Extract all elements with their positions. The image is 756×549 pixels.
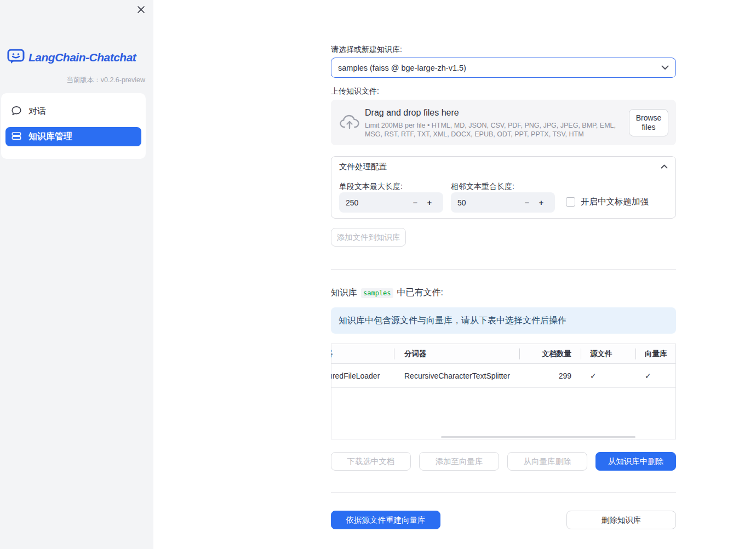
sidebar-item-label: 对话 bbox=[28, 106, 46, 117]
sidebar: LangChain-Chatchat 当前版本：v0.2.6-preview 对… bbox=[0, 0, 153, 549]
plus-stepper-button[interactable]: + bbox=[422, 198, 437, 207]
zh-title-enhance-label: 开启中文标题加强 bbox=[581, 196, 649, 208]
chunk-overlap-input[interactable] bbox=[457, 198, 507, 207]
table-header-row: 文档加载器 分词器 文档数量 源文件 向量库 bbox=[331, 344, 675, 364]
horizontal-scrollbar[interactable] bbox=[441, 436, 635, 438]
info-alert-text: 知识库中包含源文件与向量库，请从下表中选择文件后操作 bbox=[339, 315, 566, 327]
col-header-splitter[interactable]: 分词器 bbox=[404, 344, 514, 364]
dropzone-title: Drag and drop files here bbox=[365, 108, 459, 118]
upload-label: 上传知识文件: bbox=[331, 87, 379, 96]
divider bbox=[331, 269, 676, 270]
col-header-vector-store[interactable]: 向量库 bbox=[645, 344, 675, 364]
chunk-size-label: 单段文本最大长度: bbox=[339, 182, 403, 192]
chevron-up-icon bbox=[661, 164, 668, 169]
table-row[interactable]: UnstructuredFileLoader RecursiveCharacte… bbox=[331, 364, 675, 388]
cell-doc-count: 299 bbox=[520, 364, 571, 388]
main-content: 请选择或新建知识库: samples (faiss @ bge-large-zh… bbox=[331, 0, 676, 549]
cell-splitter: RecursiveCharacterTextSplitter bbox=[404, 364, 517, 388]
chunk-size-input-group: − + bbox=[339, 192, 443, 213]
cell-loader: UnstructuredFileLoader bbox=[331, 364, 393, 388]
column-separator bbox=[635, 348, 636, 359]
zh-title-enhance-option[interactable]: 开启中文标题加强 bbox=[566, 196, 649, 208]
info-alert: 知识库中包含源文件与向量库，请从下表中选择文件后操作 bbox=[331, 307, 676, 334]
delete-kb-button[interactable]: 删除知识库 bbox=[566, 511, 676, 529]
version-text: 当前版本：v0.2.6-preview bbox=[66, 76, 145, 85]
chunk-overlap-input-group: − + bbox=[451, 192, 555, 213]
dropzone-limit-text: Limit 200MB per file • HTML, MD, JSON, C… bbox=[365, 121, 628, 139]
kb-stack-icon bbox=[12, 131, 21, 143]
delete-from-kb-button[interactable]: 从知识库中删除 bbox=[595, 452, 676, 471]
chunk-overlap-label: 相邻文本重合长度: bbox=[451, 182, 514, 192]
kb-select[interactable]: samples (faiss @ bge-large-zh-v1.5) bbox=[331, 58, 676, 78]
divider bbox=[331, 492, 676, 493]
add-to-vector-store-button[interactable]: 添加至向量库 bbox=[419, 452, 499, 471]
col-header-loader[interactable]: 文档加载器 bbox=[331, 344, 393, 364]
close-sidebar-icon[interactable] bbox=[135, 3, 147, 15]
add-files-to-kb-button[interactable]: 添加文件到知识库 bbox=[331, 228, 406, 247]
col-header-source-file[interactable]: 源文件 bbox=[590, 344, 628, 364]
checkbox-unchecked-icon[interactable] bbox=[566, 197, 575, 207]
kb-files-suffix: 中已有文件: bbox=[397, 287, 443, 299]
sidebar-item-label: 知识库管理 bbox=[28, 131, 72, 142]
app-logo: LangChain-Chatchat bbox=[7, 48, 136, 67]
cell-source-file-check: ✓ bbox=[590, 364, 628, 388]
file-config-expander: 文件处理配置 单段文本最大长度: 相邻文本重合长度: − + − + 开启中文标… bbox=[331, 156, 676, 219]
cell-vector-store-check: ✓ bbox=[645, 364, 675, 388]
delete-from-vector-store-button[interactable]: 从向量库删除 bbox=[507, 452, 587, 471]
col-header-doc-count[interactable]: 文档数量 bbox=[520, 344, 571, 364]
kb-name-code: samples bbox=[361, 288, 393, 298]
plus-stepper-button[interactable]: + bbox=[534, 198, 548, 207]
chat-smiley-logo-icon bbox=[7, 48, 25, 67]
chevron-down-icon bbox=[661, 65, 669, 70]
sidebar-item-dialogue[interactable]: 对话 bbox=[5, 102, 141, 121]
sidebar-menu: 对话 知识库管理 bbox=[1, 93, 146, 159]
sidebar-item-knowledge-base[interactable]: 知识库管理 bbox=[5, 127, 141, 146]
download-selected-button[interactable]: 下载选中文档 bbox=[331, 452, 411, 471]
rebuild-vector-store-button[interactable]: 依据源文件重建向量库 bbox=[331, 511, 440, 529]
kb-files-heading: 知识库 samples 中已有文件: bbox=[331, 287, 443, 299]
chunk-size-input[interactable] bbox=[346, 198, 395, 207]
column-separator bbox=[581, 348, 581, 359]
app-title: LangChain-Chatchat bbox=[28, 51, 136, 64]
file-dropzone[interactable]: Drag and drop files here Limit 200MB per… bbox=[331, 100, 676, 145]
app-page: LangChain-Chatchat 当前版本：v0.2.6-preview 对… bbox=[0, 0, 756, 549]
minus-stepper-button[interactable]: − bbox=[408, 198, 422, 207]
kb-select-label: 请选择或新建知识库: bbox=[331, 45, 402, 55]
kb-files-prefix: 知识库 bbox=[331, 287, 357, 299]
column-separator bbox=[394, 348, 394, 359]
expander-title: 文件处理配置 bbox=[339, 162, 387, 172]
browse-files-button[interactable]: Browse files bbox=[629, 109, 668, 136]
minus-stepper-button[interactable]: − bbox=[520, 198, 534, 207]
cloud-upload-icon bbox=[339, 113, 360, 133]
chat-bubble-icon bbox=[12, 106, 21, 118]
kb-select-value: samples (faiss @ bge-large-zh-v1.5) bbox=[338, 64, 466, 72]
kb-files-table[interactable]: 文档加载器 分词器 文档数量 源文件 向量库 UnstructuredFileL… bbox=[331, 344, 676, 439]
expander-header[interactable]: 文件处理配置 bbox=[331, 157, 675, 176]
